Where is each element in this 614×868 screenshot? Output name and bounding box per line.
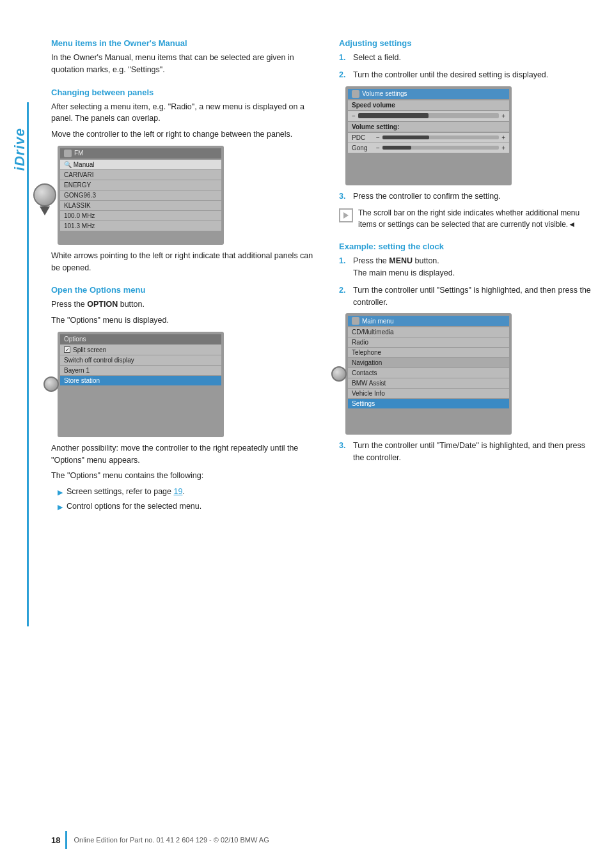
controller-knob (33, 183, 56, 206)
footer-bar (65, 831, 67, 849)
main-menu-wrapper: Main menu CD/Multimedia Radio Telephone … (345, 313, 524, 435)
clock-step-text-3: Turn the controller until "Time/Date" is… (353, 440, 595, 464)
menu-contacts: Contacts (348, 368, 509, 378)
link-page-19[interactable]: 19 (173, 487, 182, 496)
clock-steps: 1. Press the MENU button.The main menu i… (339, 255, 595, 308)
clock-step-num-1: 1. (339, 255, 348, 279)
bullet-text-2: Control options for the selected menu. (67, 500, 201, 513)
bullet-arrow-1: ▶ (58, 487, 63, 498)
volume-header: Volume settings (348, 89, 509, 99)
speed-volume-label: Speed volume (348, 100, 509, 110)
pdc-bar-fill (382, 136, 429, 139)
section-example-clock: Example: setting the clock 1. Press the … (339, 242, 595, 464)
body-options-4: The "Options" menu contains the followin… (51, 470, 320, 482)
speed-volume-bar-outer (358, 113, 499, 118)
fm-item-101: 101.3 MHz (60, 221, 221, 231)
bullet-arrow-2: ▶ (58, 502, 63, 513)
page-number: 18 (51, 835, 60, 845)
menu-cd: CD/Multimedia (348, 327, 509, 337)
menu-bold: MENU (389, 256, 413, 265)
clock-step-num-3: 3. (339, 440, 348, 464)
clock-step-3: 3. Turn the controller until "Time/Date"… (339, 440, 595, 464)
step-text-2: Turn the controller until the desired se… (353, 69, 548, 81)
main-menu-inner: Main menu CD/Multimedia Radio Telephone … (345, 313, 512, 435)
heading-example-clock: Example: setting the clock (339, 242, 595, 251)
check-split: ✓ (64, 346, 70, 353)
bullet-list: ▶ Screen settings, refer to page 19. ▶ C… (58, 486, 320, 513)
heading-changing-panels: Changing between panels (51, 88, 320, 97)
fm-item-carivari: CARIVARI (60, 170, 221, 180)
options-store-station: Store station (60, 376, 221, 385)
heading-options-menu: Open the Options menu (51, 285, 320, 295)
body-options-1: Press the OPTION button. (51, 298, 320, 311)
menu-settings: Settings (348, 399, 509, 408)
body-options-2: The "Options" menu is displayed. (51, 314, 320, 327)
volume-screen: Volume settings Speed volume − + Volume … (345, 86, 512, 185)
volume-inner: Volume settings Speed volume − + Volume … (345, 86, 512, 185)
menu-telephone: Telephone (348, 348, 509, 357)
pdc-row: PDC − + (348, 133, 509, 143)
step-num-2: 2. (339, 69, 348, 81)
footer: 18 Online Edition for Part no. 01 41 2 6… (0, 831, 614, 849)
down-arrow-icon (40, 206, 50, 215)
body-options-3: Another possibility: move the controller… (51, 442, 320, 467)
clock-step-1: 1. Press the MENU button.The main menu i… (339, 255, 595, 279)
options-bayern: Bayern 1 (60, 366, 221, 375)
step-text-3: Press the controller to confirm the sett… (353, 190, 501, 203)
section-options-menu: Open the Options menu Press the OPTION b… (51, 285, 320, 512)
options-header: Options (60, 334, 221, 344)
options-switch-off: Switch off control display (60, 355, 221, 365)
pdc-label: PDC (352, 134, 374, 141)
scroll-arrow-icon (342, 211, 350, 220)
heading-menu-items: Menu items in the Owner's Manual (51, 38, 320, 48)
fm-item-gong: GONG96.3 (60, 190, 221, 200)
clock-step-num-2: 2. (339, 284, 348, 309)
fm-header: FM (60, 148, 221, 159)
fm-label: FM (74, 150, 83, 157)
minus-icon-1: − (352, 112, 356, 120)
body-panels-3: White arrows pointing to the left or rig… (51, 250, 320, 274)
gong-bar-outer (382, 146, 499, 150)
plus-icon-1: + (501, 112, 505, 120)
main-menu-screen: Main menu CD/Multimedia Radio Telephone … (345, 313, 512, 435)
menu-navigation: Navigation (348, 358, 509, 368)
sidebar-label: iDrive (12, 128, 28, 171)
menu-radio: Radio (348, 337, 509, 347)
body-panels-2: Move the controller to the left or right… (51, 128, 320, 141)
left-column: Menu items in the Owner's Manual In the … (51, 38, 320, 515)
adjust-step-2: 2. Turn the controller until the desired… (339, 69, 595, 81)
option-bold: OPTION (87, 300, 118, 309)
speed-volume-bar-row: − + (348, 111, 509, 121)
gong-label: Gong (352, 144, 374, 151)
step-text-1: Select a field. (353, 52, 401, 64)
main-content: Menu items in the Owner's Manual In the … (51, 38, 595, 515)
main-menu-icon (352, 317, 359, 325)
step-num-1: 1. (339, 52, 348, 64)
bullet-item-screen-settings: ▶ Screen settings, refer to page 19. (58, 486, 320, 498)
minus-icon-pdc: − (376, 134, 380, 141)
gong-bar-fill (382, 146, 412, 150)
fm-icon (64, 150, 72, 157)
step-num-3: 3. (339, 190, 348, 203)
svg-marker-0 (343, 212, 349, 219)
speed-volume-bar-fill (358, 113, 429, 118)
main-menu-header: Main menu (348, 316, 509, 326)
minus-icon-gong: − (376, 144, 380, 151)
menu-vehicle-info: Vehicle Info (348, 389, 509, 398)
adjust-step-3: 3. Press the controller to confirm the s… (339, 190, 595, 203)
volume-setting-label: Volume setting: (348, 122, 509, 132)
section-adjusting-settings: Adjusting settings 1. Select a field. 2.… (339, 38, 595, 230)
body-menu-items: In the Owner's Manual, menu items that c… (51, 52, 320, 76)
split-screen-label: Split screen (73, 346, 106, 353)
controller-knob-area (33, 183, 56, 206)
clock-step-text-2: Turn the controller until "Settings" is … (353, 284, 595, 309)
fm-item-energy: ENERGY (60, 180, 221, 190)
plus-icon-gong: + (501, 144, 505, 151)
left-bar-accent (27, 102, 29, 626)
menu-controller-dot (331, 366, 347, 382)
fm-item-100: 100.0 MHz (60, 211, 221, 221)
fm-screen-wrapper: FM 🔍 Manual CARIVARI ENERGY GONG96.3 KLA… (58, 146, 249, 245)
footer-text: Online Edition for Part no. 01 41 2 604 … (74, 836, 269, 844)
options-screen-wrapper: Options ✓ Split screen Switch off contro… (58, 332, 243, 437)
plus-icon-pdc: + (501, 134, 505, 141)
